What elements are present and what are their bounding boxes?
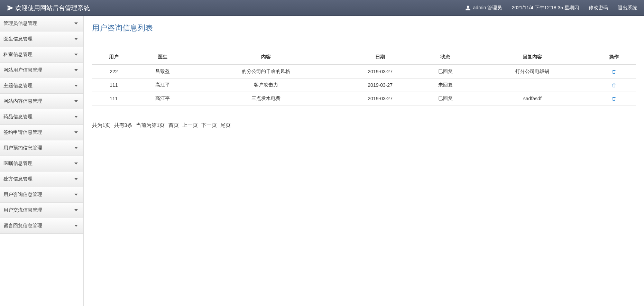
paper-plane-icon [7, 4, 14, 11]
sidebar: 管理员信息管理医生信息管理科室信息管理网站用户信息管理主题信息管理网站内容信息管… [0, 16, 84, 306]
sidebar-item-4[interactable]: 主题信息管理 [0, 78, 83, 94]
header-title-wrap: 欢迎使用网站后台管理系统 [7, 4, 90, 12]
page-prev-link[interactable]: 上一页 [182, 122, 198, 128]
cell-date: 2019-03-27 [342, 92, 418, 105]
header-user[interactable]: admin 管理员 [465, 5, 502, 11]
cell-date: 2019-03-27 [342, 65, 418, 78]
chevron-down-icon [74, 22, 78, 25]
chevron-down-icon [74, 38, 78, 40]
sidebar-item-label: 网站内容信息管理 [3, 98, 42, 104]
sidebar-item-label: 医生信息管理 [3, 36, 33, 42]
sidebar-item-7[interactable]: 签约申请信息管理 [0, 125, 83, 140]
cell-action [592, 92, 636, 105]
page-next-link[interactable]: 下一页 [201, 122, 217, 128]
cell-action [592, 78, 636, 92]
header-right: admin 管理员 2021/11/4 下午12:18:35 星期四 修改密码 … [465, 5, 637, 11]
pagination: 共为1页 共有3条 当前为第1页 首页 上一页 下一页 尾页 [92, 122, 636, 129]
cell-doctor: 高江平 [136, 78, 190, 92]
consult-table: 用户 医生 内容 日期 状态 回复内容 操作 222吕致盈的分公司的干啥的风格2… [92, 50, 636, 105]
chevron-down-icon [74, 209, 78, 211]
chevron-down-icon [74, 225, 78, 227]
user-icon [465, 5, 471, 11]
sidebar-item-10[interactable]: 处方信息管理 [0, 171, 83, 187]
table-body: 222吕致盈的分公司的干啥的风格2019-03-27已回复打分公司电饭锅111高… [92, 65, 636, 105]
logout-link[interactable]: 退出系统 [618, 5, 637, 11]
sidebar-item-6[interactable]: 药品信息管理 [0, 109, 83, 125]
col-user: 用户 [92, 50, 136, 65]
col-action: 操作 [592, 50, 636, 65]
main-content: 用户咨询信息列表 用户 医生 内容 日期 状态 回复内容 操作 222吕致盈的分… [84, 16, 644, 306]
user-label: admin 管理员 [473, 5, 502, 11]
sidebar-item-label: 用户交流信息管理 [3, 207, 42, 213]
page-first-link[interactable]: 首页 [168, 122, 179, 128]
sidebar-item-9[interactable]: 医嘱信息管理 [0, 156, 83, 171]
chevron-down-icon [74, 116, 78, 118]
trash-icon[interactable] [611, 96, 616, 101]
cell-user: 111 [92, 78, 136, 92]
chevron-down-icon [74, 54, 78, 56]
chevron-down-icon [74, 131, 78, 133]
cell-reply: 打分公司电饭锅 [472, 65, 592, 78]
sidebar-item-label: 药品信息管理 [3, 114, 33, 120]
cell-reply [472, 78, 592, 92]
sidebar-item-label: 医嘱信息管理 [3, 160, 33, 167]
sidebar-item-8[interactable]: 用户预约信息管理 [0, 140, 83, 156]
sidebar-item-label: 主题信息管理 [3, 83, 33, 89]
page-last-link[interactable]: 尾页 [220, 122, 231, 128]
sidebar-item-13[interactable]: 留言回复信息管理 [0, 218, 83, 234]
sidebar-item-label: 用户咨询信息管理 [3, 192, 42, 198]
cell-date: 2019-03-27 [342, 78, 418, 92]
table-head: 用户 医生 内容 日期 状态 回复内容 操作 [92, 50, 636, 65]
sidebar-item-3[interactable]: 网站用户信息管理 [0, 63, 83, 78]
cell-status: 未回复 [418, 78, 472, 92]
header-title: 欢迎使用网站后台管理系统 [15, 4, 90, 12]
trash-icon[interactable] [611, 69, 616, 74]
cell-user: 111 [92, 92, 136, 105]
trash-icon[interactable] [611, 82, 616, 88]
header-datetime: 2021/11/4 下午12:18:35 星期四 [512, 5, 579, 11]
cell-content: 客户攻击力 [190, 78, 342, 92]
sidebar-item-12[interactable]: 用户交流信息管理 [0, 203, 83, 218]
sidebar-item-2[interactable]: 科室信息管理 [0, 47, 83, 63]
chevron-down-icon [74, 69, 78, 71]
sidebar-item-5[interactable]: 网站内容信息管理 [0, 94, 83, 109]
page-title: 用户咨询信息列表 [92, 23, 636, 33]
sidebar-item-11[interactable]: 用户咨询信息管理 [0, 187, 83, 203]
table-row: 222吕致盈的分公司的干啥的风格2019-03-27已回复打分公司电饭锅 [92, 65, 636, 78]
top-header: 欢迎使用网站后台管理系统 admin 管理员 2021/11/4 下午12:18… [0, 0, 644, 16]
cell-content: 的分公司的干啥的风格 [190, 65, 342, 78]
col-doctor: 医生 [136, 50, 190, 65]
page-summary-pages: 共为1页 [92, 122, 110, 128]
col-reply: 回复内容 [472, 50, 592, 65]
sidebar-item-label: 处方信息管理 [3, 176, 33, 182]
sidebar-item-label: 签约申请信息管理 [3, 129, 42, 136]
sidebar-item-label: 管理员信息管理 [3, 20, 37, 27]
table-row: 111高江平客户攻击力2019-03-27未回复 [92, 78, 636, 92]
table-row: 111高江平三点发水电费2019-03-27已回复sadfasdf [92, 92, 636, 105]
sidebar-item-label: 科室信息管理 [3, 52, 33, 58]
chevron-down-icon [74, 163, 78, 165]
sidebar-item-label: 用户预约信息管理 [3, 145, 42, 151]
chevron-down-icon [74, 178, 78, 180]
change-password-link[interactable]: 修改密码 [589, 5, 608, 11]
cell-content: 三点发水电费 [190, 92, 342, 105]
chevron-down-icon [74, 147, 78, 149]
chevron-down-icon [74, 100, 78, 102]
page-summary-count: 共有3条 [114, 122, 132, 128]
page-current: 当前为第1页 [136, 122, 165, 128]
col-content: 内容 [190, 50, 342, 65]
cell-user: 222 [92, 65, 136, 78]
cell-status: 已回复 [418, 65, 472, 78]
sidebar-item-label: 网站用户信息管理 [3, 67, 42, 73]
cell-doctor: 高江平 [136, 92, 190, 105]
col-date: 日期 [342, 50, 418, 65]
chevron-down-icon [74, 194, 78, 196]
chevron-down-icon [74, 85, 78, 87]
sidebar-item-0[interactable]: 管理员信息管理 [0, 16, 83, 31]
cell-doctor: 吕致盈 [136, 65, 190, 78]
sidebar-item-1[interactable]: 医生信息管理 [0, 31, 83, 47]
cell-status: 已回复 [418, 92, 472, 105]
cell-action [592, 65, 636, 78]
col-status: 状态 [418, 50, 472, 65]
cell-reply: sadfasdf [472, 92, 592, 105]
